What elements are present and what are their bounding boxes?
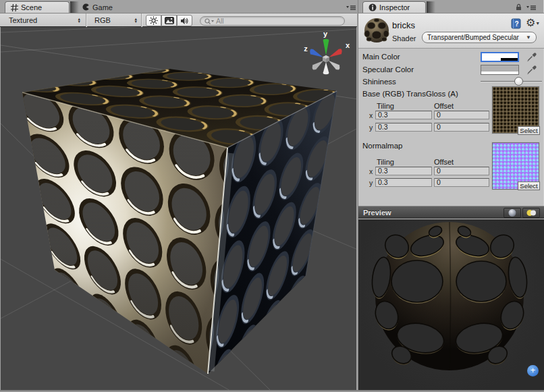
tab-inspector-label: Inspector [379,3,410,11]
base-map-label: Base (RGB) TransGloss (A) [362,90,458,98]
preview-area: + [358,219,544,390]
normal-tiling-y-field[interactable]: 0.3 [375,178,432,187]
scene-tabstrip: Scene Game [0,0,358,13]
scene-panel: Scene Game Textured ▲▼ RGB ▲▼ All [0,0,358,392]
orientation-gizmo: yxz [304,30,350,74]
preview-sphere-button[interactable] [504,208,521,218]
shader-dropdown[interactable]: Transparent/Bumped Specular ▼ [422,32,537,43]
draw-mode-arrows-icon: ▲▼ [78,18,80,23]
shininess-label: Shininess [362,78,396,86]
main-color-swatch[interactable] [481,52,519,62]
base-y-label: y [369,123,373,132]
normal-x-label: x [369,167,373,175]
tab-scene-label: Scene [21,3,42,11]
main-color-alpha-bar [501,58,518,61]
base-tiling-y-field[interactable]: 0.3 [375,123,432,132]
tab-scene[interactable]: Scene [5,1,70,13]
base-offset-y-field[interactable]: 0 [434,123,489,132]
scene-3d-view: yxz [1,27,356,390]
normal-y-label: y [369,179,373,187]
material-ball-icon [363,17,390,44]
tab-inspector[interactable]: Inspector [362,1,426,13]
preview-add-button[interactable]: + [527,365,539,376]
inspector-tabstrip: Inspector [358,0,543,13]
material-preview-sphere [358,219,544,390]
shader-caret-icon: ▼ [526,34,531,40]
base-offset-label: Offset [434,102,454,110]
game-icon [82,3,90,11]
base-x-label: x [369,111,373,119]
normal-offset-x-field[interactable]: 0 [434,167,489,175]
tab-game-label: Game [92,3,113,11]
material-header: bricks Shader Transparent/Bumped Specula… [358,13,544,49]
specular-color-alpha-bar [481,72,518,74]
lock-icon[interactable] [515,3,522,11]
inspector-tab-shadow [427,1,435,13]
search-value: All [216,17,224,25]
inspector-panel: Inspector bricks Shader Transparent/Bump… [358,0,544,392]
preview-header: Preview [358,206,544,219]
shader-value: Transparent/Bumped Specular [427,34,519,41]
sun-icon [149,16,158,25]
main-color-label: Main Color [362,53,400,61]
scene-toolbar: Textured ▲▼ RGB ▲▼ All [0,13,357,27]
svg-text:y: y [323,30,328,38]
svg-text:z: z [304,45,308,53]
scene-search-field[interactable]: All [200,16,345,26]
preview-title: Preview [363,208,391,217]
skybox-toggle-button[interactable] [161,15,177,26]
preview-light-toggle[interactable] [522,208,540,218]
material-name: bricks [392,20,415,30]
shader-label: Shader [392,34,416,43]
specular-color-eyedropper-icon[interactable] [527,64,537,75]
speaker-icon [180,17,189,25]
specular-color-swatch[interactable] [481,65,519,75]
inspector-menu-icon[interactable] [526,5,537,11]
audio-toggle-button[interactable] [177,15,192,26]
draw-mode-dropdown[interactable]: Textured ▲▼ [0,13,86,27]
search-icon [205,18,214,24]
render-mode-arrows-icon: ▲▼ [134,18,137,23]
render-mode-value: RGB [94,16,111,24]
lighting-toggle-button[interactable] [146,15,161,26]
base-offset-x-field[interactable]: 0 [434,111,489,119]
scene-grid-icon [11,4,18,11]
base-tiling-x-field[interactable]: 0.3 [375,111,432,119]
normal-tiling-x-field[interactable]: 0.3 [375,167,432,175]
tab-game[interactable]: Game [78,1,126,13]
normal-map-label: Normalmap [362,142,402,150]
scene-viewport[interactable]: yxz [0,27,356,390]
normal-tiling-label: Tiling [377,158,394,166]
draw-mode-value: Textured [9,16,37,24]
inspector-info-icon [369,3,377,11]
render-mode-dropdown[interactable]: RGB ▲▼ [87,13,142,27]
shininess-slider-track[interactable] [481,81,542,82]
specular-color-label: Specular Color [362,65,414,74]
normal-offset-y-field[interactable]: 0 [434,178,489,187]
svg-text:x: x [346,41,350,49]
gear-icon[interactable]: ⚙▼ [526,16,540,29]
normal-offset-label: Offset [434,158,454,166]
shininess-slider-thumb[interactable] [514,77,523,86]
base-texture-select-button[interactable]: Select [518,126,540,135]
svg-text:?: ? [515,20,519,28]
scene-panel-menu-icon[interactable] [346,5,356,11]
normal-texture-select-button[interactable]: Select [518,181,540,190]
image-icon [165,17,174,24]
help-icon[interactable]: ? [511,18,522,29]
base-tiling-label: Tiling [377,102,394,110]
main-color-eyedropper-icon[interactable] [527,51,537,62]
